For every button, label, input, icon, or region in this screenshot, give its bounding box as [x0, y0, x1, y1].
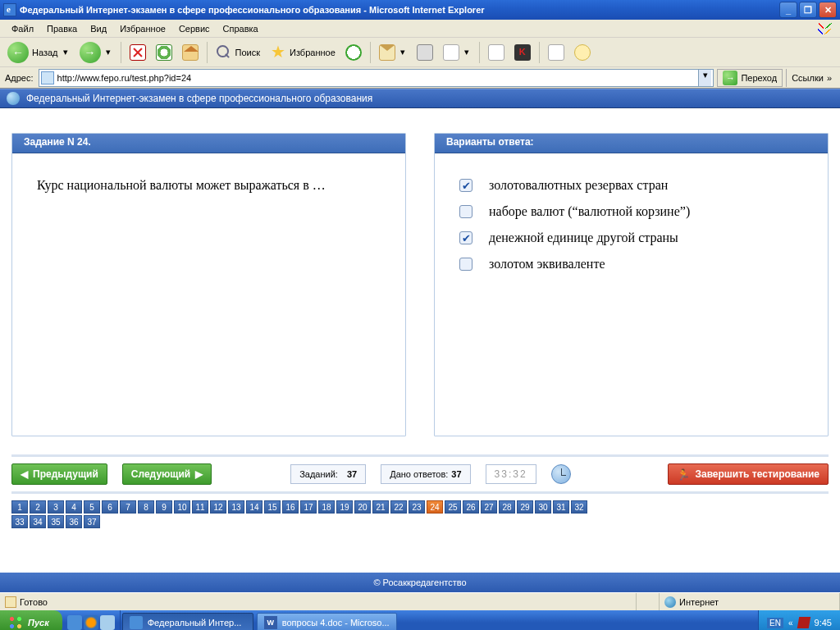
question-number-button[interactable]: 5 [84, 500, 100, 514]
home-button[interactable] [178, 40, 203, 65]
question-number-button[interactable]: 21 [372, 500, 389, 514]
question-number-button[interactable]: 16 [282, 500, 299, 514]
menu-edit[interactable]: Правка [40, 22, 84, 35]
question-number-button[interactable]: 15 [264, 500, 281, 514]
question-number-button[interactable]: 29 [517, 500, 533, 514]
taskbar-task-ie[interactable]: Федеральный Интер... [122, 613, 253, 630]
checkbox-icon[interactable] [459, 231, 472, 244]
question-number-button[interactable]: 26 [463, 500, 479, 514]
question-number-button[interactable]: 35 [48, 515, 64, 528]
ql-ie-icon[interactable] [67, 615, 82, 630]
question-number-button[interactable]: 37 [84, 515, 100, 528]
search-button[interactable]: Поиск [212, 40, 264, 65]
answer-text: денежной единице другой страны [489, 231, 678, 245]
chevron-down-icon: ▾ [104, 47, 112, 57]
tray-chevron-icon[interactable]: « [788, 619, 793, 628]
checkbox-icon[interactable] [459, 258, 472, 271]
question-number-button[interactable]: 8 [138, 500, 154, 514]
ql-desktop-icon[interactable] [100, 615, 115, 630]
question-panel: Задание N 24. Курс национальной валюты м… [11, 133, 406, 436]
kaspersky-button[interactable]: K [510, 40, 535, 65]
question-number-button[interactable]: 20 [354, 500, 371, 514]
menu-help[interactable]: Справка [217, 22, 265, 35]
question-number-button[interactable]: 25 [445, 500, 461, 514]
question-number-button[interactable]: 24 [427, 500, 443, 514]
question-number-button[interactable]: 19 [336, 500, 353, 514]
answered-count-box: Дано ответов:37 [381, 464, 470, 484]
question-number-button[interactable]: 14 [246, 500, 262, 514]
quick-launch [62, 610, 121, 630]
checkbox-icon[interactable] [459, 179, 472, 192]
question-number-button[interactable]: 31 [553, 500, 569, 514]
question-number-button[interactable]: 6 [102, 500, 118, 514]
status-zone: Интернет [679, 597, 719, 607]
language-indicator[interactable]: EN [767, 618, 783, 628]
question-number-button[interactable]: 28 [499, 500, 515, 514]
star-icon: ★ [270, 44, 286, 61]
question-number-button[interactable]: 22 [390, 500, 407, 514]
question-number-button[interactable]: 34 [30, 515, 46, 528]
globe-icon [7, 92, 20, 105]
question-number-button[interactable]: 10 [174, 500, 190, 514]
question-number-button[interactable]: 1 [11, 500, 28, 514]
question-number-button[interactable]: 11 [192, 500, 208, 514]
messenger-button[interactable] [570, 40, 595, 65]
refresh-button[interactable] [152, 40, 176, 65]
url-dropdown[interactable]: ▾ [698, 70, 711, 86]
question-number-button[interactable]: 23 [409, 500, 425, 514]
links-button[interactable]: Ссылки » [786, 69, 837, 87]
prev-button[interactable]: ◀ Предыдущий [11, 463, 107, 485]
close-button[interactable]: ✕ [819, 2, 837, 18]
question-number-button[interactable]: 9 [156, 500, 172, 514]
tray-kaspersky-icon[interactable] [797, 617, 810, 628]
discuss-button[interactable] [484, 40, 509, 65]
question-number-button[interactable]: 7 [120, 500, 136, 514]
print-button[interactable] [413, 40, 437, 65]
taskbar-task-word[interactable]: W вопросы 4.doc - Microso... [257, 613, 397, 630]
answer-option[interactable]: золотовалютных резервах стран [459, 178, 803, 193]
menu-view[interactable]: Вид [84, 22, 113, 35]
restore-button[interactable]: ❐ [799, 2, 817, 18]
history-button[interactable] [341, 40, 366, 65]
mail-button[interactable]: ▾ [375, 40, 411, 65]
mail-icon [379, 44, 395, 61]
url-field[interactable]: ▾ [39, 69, 714, 87]
chevron-down-icon: ▾ [62, 47, 70, 57]
answer-option[interactable]: денежной единице другой страны [459, 231, 803, 245]
question-number-button[interactable]: 12 [210, 500, 226, 514]
forward-button[interactable]: → ▾ [75, 40, 116, 65]
question-number-button[interactable]: 18 [318, 500, 335, 514]
favorites-button[interactable]: ★ Избранное [266, 40, 340, 65]
url-input[interactable] [57, 73, 699, 83]
menu-favorites[interactable]: Избранное [113, 22, 172, 35]
back-button[interactable]: ← Назад ▾ [3, 40, 74, 65]
question-number-button[interactable]: 27 [481, 500, 497, 514]
menu-tools[interactable]: Сервис [172, 22, 217, 35]
question-number-button[interactable]: 36 [66, 515, 82, 528]
chevron-left-icon: ◀ [21, 468, 28, 480]
menu-file[interactable]: Файл [5, 22, 40, 35]
question-number-button[interactable]: 33 [11, 515, 28, 528]
answer-option[interactable]: золотом эквиваленте [459, 257, 803, 272]
question-number-button[interactable]: 17 [300, 500, 317, 514]
ql-media-icon[interactable] [84, 615, 98, 630]
go-button[interactable]: → Переход [717, 69, 783, 87]
stop-button[interactable] [126, 40, 150, 65]
question-number-button[interactable]: 13 [228, 500, 244, 514]
question-number-button[interactable]: 32 [571, 500, 587, 514]
answer-option[interactable]: наборе валют (“валютной корзине”) [459, 204, 803, 219]
research-button[interactable] [544, 40, 568, 65]
checkbox-icon[interactable] [459, 205, 472, 218]
stop-icon [130, 44, 146, 61]
question-number-button[interactable]: 2 [30, 500, 46, 514]
question-number-button[interactable]: 30 [535, 500, 551, 514]
next-button[interactable]: Следующий ▶ [122, 463, 212, 485]
edit-button[interactable]: ▾ [439, 40, 475, 65]
question-number-button[interactable]: 4 [66, 500, 82, 514]
finish-button[interactable]: 🏃 Завершить тестирование [668, 463, 829, 485]
minimize-button[interactable]: _ [779, 2, 797, 18]
start-button[interactable]: Пуск [0, 610, 62, 630]
question-text: Курс национальной валюты может выражатьс… [37, 178, 381, 193]
windows-flag-icon [810, 20, 838, 38]
question-number-button[interactable]: 3 [48, 500, 64, 514]
